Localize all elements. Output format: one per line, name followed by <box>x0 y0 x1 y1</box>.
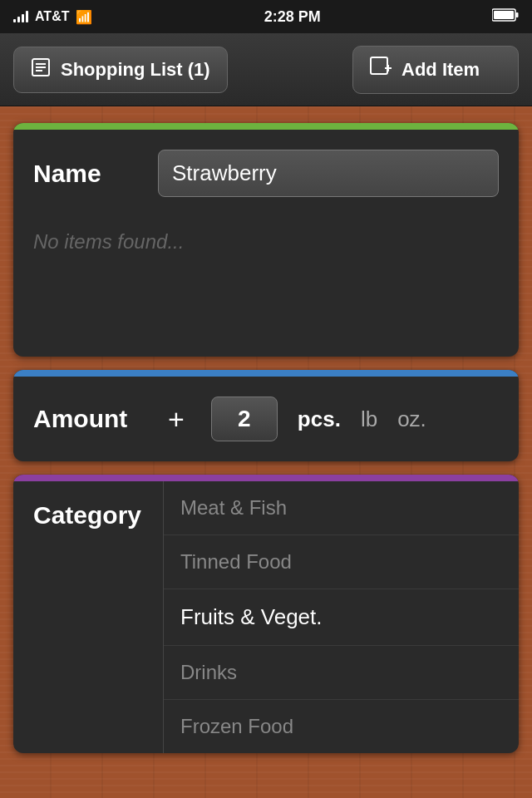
plus-button[interactable]: + <box>161 400 191 439</box>
svg-rect-7 <box>371 57 387 74</box>
category-label: Category <box>13 481 163 549</box>
svg-rect-2 <box>494 11 514 19</box>
svg-rect-1 <box>516 12 519 17</box>
category-item-fruits[interactable]: Fruits & Veget. <box>164 589 519 646</box>
name-card: Name No items found... <box>13 123 519 357</box>
name-label: Name <box>33 160 141 188</box>
wifi-icon: 📶 <box>76 9 92 25</box>
name-row: Name <box>13 130 519 217</box>
category-item-meat[interactable]: Meat & Fish <box>164 481 519 535</box>
category-row: Category Meat & Fish Tinned Food Fruits … <box>13 481 519 753</box>
time-label: 2:28 PM <box>264 8 321 26</box>
main-content: Name No items found... Amount + 2 pcs. l… <box>0 106 532 770</box>
add-item-label: Add Item <box>401 59 480 81</box>
status-left: AT&T 📶 <box>13 9 92 25</box>
shopping-list-button[interactable]: Shopping List (1) <box>13 47 228 93</box>
no-items-text: No items found... <box>13 217 519 273</box>
add-icon <box>370 57 392 83</box>
amount-card: Amount + 2 pcs. lb oz. <box>13 370 519 461</box>
amount-label: Amount <box>33 405 141 433</box>
category-list: Meat & Fish Tinned Food Fruits & Veget. … <box>163 481 519 753</box>
category-card: Category Meat & Fish Tinned Food Fruits … <box>13 475 519 753</box>
toolbar: Shopping List (1) Add Item <box>0 33 532 106</box>
unit-lb[interactable]: lb <box>361 406 377 432</box>
category-item-drinks[interactable]: Drinks <box>164 646 519 700</box>
name-input[interactable] <box>158 150 499 197</box>
card-empty-space <box>13 273 519 357</box>
shopping-list-label: Shopping List (1) <box>61 59 210 81</box>
add-item-button[interactable]: Add Item <box>352 46 519 94</box>
category-item-tinned[interactable]: Tinned Food <box>164 535 519 589</box>
amount-card-top-bar <box>13 370 519 377</box>
unit-oz[interactable]: oz. <box>397 406 426 432</box>
category-item-frozen[interactable]: Frozen Food <box>164 700 519 753</box>
unit-pcs[interactable]: pcs. <box>298 406 341 432</box>
amount-value[interactable]: 2 <box>211 397 278 441</box>
carrier-label: AT&T <box>35 9 69 24</box>
name-card-top-bar <box>13 123 519 130</box>
category-card-top-bar <box>13 475 519 481</box>
list-icon <box>31 57 51 82</box>
signal-icon <box>13 11 28 22</box>
status-bar: AT&T 📶 2:28 PM <box>0 0 532 33</box>
amount-row: Amount + 2 pcs. lb oz. <box>13 377 519 461</box>
battery-icon <box>492 8 519 25</box>
